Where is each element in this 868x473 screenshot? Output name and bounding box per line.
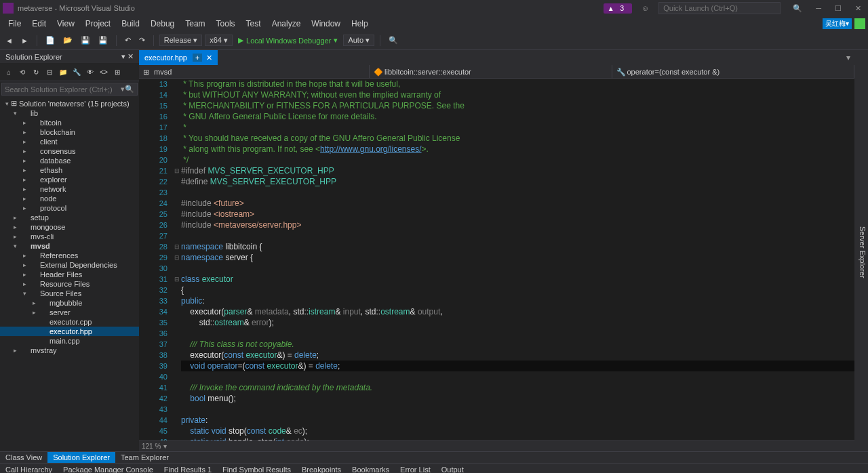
tree-item[interactable]: main.cpp	[0, 336, 139, 346]
undo-button[interactable]: ↶	[122, 35, 134, 46]
tree-item[interactable]: ▸network	[0, 184, 139, 194]
debug-mode-combo[interactable]: Auto ▾	[343, 35, 374, 46]
menu-team[interactable]: Team	[180, 18, 210, 30]
code-content[interactable]: * This program is distributed in the hop…	[181, 79, 854, 440]
new-project-button[interactable]: 📄	[43, 35, 58, 46]
notification-badge[interactable]: ▲ 3	[604, 3, 632, 14]
tree-item[interactable]: ▸database	[0, 156, 139, 165]
config-combo[interactable]: Release ▾	[159, 35, 202, 46]
solution-tree[interactable]: ▾ ⊞ Solution 'metaverse' (15 projects) ▾…	[0, 97, 139, 451]
tree-item[interactable]: ▸consensus	[0, 146, 139, 156]
bottom-tab[interactable]: Solution Explorer	[47, 452, 115, 463]
redo-button[interactable]: ↷	[136, 35, 148, 46]
output-tab[interactable]: Output	[436, 465, 469, 473]
output-tab[interactable]: Bookmarks	[347, 465, 395, 473]
tree-item[interactable]: ▸External Dependencies	[0, 260, 139, 270]
sync-icon[interactable]: ⟲	[16, 66, 28, 78]
nav-fwd-button[interactable]: ►	[18, 35, 31, 46]
preview-icon[interactable]: 👁	[84, 66, 96, 78]
menu-analyze[interactable]: Analyze	[267, 18, 307, 30]
output-tab[interactable]: Package Manager Console	[58, 465, 159, 473]
feedback-icon[interactable]: ☺	[637, 3, 653, 14]
menu-help[interactable]: Help	[346, 18, 374, 30]
open-button[interactable]: 📂	[60, 35, 75, 46]
output-tab[interactable]: Find Results 1	[159, 465, 217, 473]
tree-item[interactable]: ▸mvstray	[0, 346, 139, 355]
maximize-button[interactable]: ☐	[831, 3, 846, 14]
start-debug-button[interactable]: ▶ Local Windows Debugger ▾	[235, 35, 340, 46]
tab-overflow-icon[interactable]: ▾	[842, 53, 854, 62]
find-in-files-button[interactable]: 🔍	[386, 35, 401, 46]
solution-search[interactable]: ▾ 🔍	[1, 83, 138, 96]
bottom-tab[interactable]: Team Explorer	[115, 452, 174, 463]
tree-item[interactable]: ▸client	[0, 137, 139, 146]
tree-item[interactable]: ▸node	[0, 194, 139, 203]
zoom-level[interactable]: 121 %	[142, 443, 161, 450]
bottom-tab[interactable]: Class View	[0, 452, 47, 463]
code-icon[interactable]: <>	[98, 66, 110, 78]
account-settings-icon[interactable]	[854, 18, 865, 29]
tree-item[interactable]: executor.hpp	[0, 327, 139, 336]
tree-item[interactable]: ▸mgbubble	[0, 298, 139, 308]
output-tab[interactable]: Error List	[395, 465, 436, 473]
minimize-button[interactable]: ─	[812, 3, 825, 14]
output-tab[interactable]: Find Symbol Results	[217, 465, 296, 473]
panel-close-icon[interactable]: ✕	[127, 52, 134, 60]
show-all-icon[interactable]: 📁	[57, 66, 69, 78]
menu-edit[interactable]: Edit	[26, 18, 52, 30]
tree-item[interactable]: executor.cpp	[0, 317, 139, 327]
menu-project[interactable]: Project	[80, 18, 116, 30]
tree-item[interactable]: ▸explorer	[0, 175, 139, 184]
tree-item[interactable]: ▾lib	[0, 108, 139, 118]
tree-item[interactable]: ▸ethash	[0, 165, 139, 175]
menu-file[interactable]: File	[3, 18, 26, 30]
fold-column[interactable]: ⊟⊟⊟⊟	[173, 79, 181, 440]
properties-icon[interactable]: 🔧	[71, 66, 83, 78]
output-tab[interactable]: Breakpoints	[296, 465, 347, 473]
tree-item[interactable]: ▸mvs-cli	[0, 232, 139, 241]
tree-item[interactable]: ▸protocol	[0, 203, 139, 213]
platform-combo[interactable]: x64 ▾	[205, 35, 233, 46]
search-go-icon[interactable]: 🔍	[125, 85, 134, 94]
editor-tab-active[interactable]: executor.hpp + ✕	[139, 50, 218, 65]
nav-scope-combo[interactable]: 🔶 libbitcoin::server::executor	[370, 65, 612, 78]
solution-search-input[interactable]	[5, 85, 121, 94]
nav-back-button[interactable]: ◄	[3, 35, 16, 46]
user-account-icon[interactable]: 吴红梅▾	[823, 18, 852, 29]
tree-item[interactable]: ▸Header Files	[0, 270, 139, 279]
tree-item[interactable]: ▸blockchain	[0, 127, 139, 137]
tab-preview-icon[interactable]: +	[193, 54, 202, 62]
collapse-icon[interactable]: ⊟	[43, 66, 56, 78]
code-editor[interactable]: 1314151617181920212223242526272829303132…	[139, 79, 854, 440]
output-tab[interactable]: Call Hierarchy	[0, 465, 58, 473]
tree-item[interactable]: ▸References	[0, 251, 139, 260]
tree-item[interactable]: ▸setup	[0, 213, 139, 222]
zoom-dropdown-icon[interactable]: ▾	[163, 443, 167, 450]
class-view-icon[interactable]: ⊞	[111, 66, 123, 78]
right-rail-tab[interactable]: Server Explorer	[857, 224, 868, 281]
nav-project-combo[interactable]: ⊞ mvsd	[139, 65, 370, 78]
tree-item[interactable]: ▸Resource Files	[0, 279, 139, 289]
home-icon[interactable]: ⌂	[3, 66, 15, 78]
tree-item[interactable]: ▸bitcoin	[0, 118, 139, 127]
tree-item[interactable]: ▾mvsd	[0, 241, 139, 251]
nav-member-combo[interactable]: 🔧 operator=(const executor &)	[612, 65, 855, 78]
refresh-icon[interactable]: ↻	[30, 66, 42, 78]
save-all-button[interactable]: 💾	[96, 35, 111, 46]
tree-item[interactable]: ▾Source Files	[0, 289, 139, 298]
menu-view[interactable]: View	[52, 18, 80, 30]
menu-window[interactable]: Window	[306, 18, 346, 30]
close-button[interactable]: ✕	[851, 3, 865, 14]
solution-root[interactable]: ▾ ⊞ Solution 'metaverse' (15 projects)	[0, 98, 139, 108]
quick-launch-input[interactable]	[658, 2, 781, 14]
menu-build[interactable]: Build	[116, 18, 145, 30]
search-icon[interactable]: 🔍	[789, 3, 806, 14]
tree-item[interactable]: ▸mongoose	[0, 222, 139, 232]
menu-test[interactable]: Test	[241, 18, 267, 30]
menu-tools[interactable]: Tools	[211, 18, 241, 30]
tab-close-icon[interactable]: ✕	[206, 54, 212, 62]
menu-debug[interactable]: Debug	[145, 18, 180, 30]
tree-item[interactable]: ▸server	[0, 308, 139, 317]
panel-pin-icon[interactable]: ▾	[121, 52, 125, 60]
save-button[interactable]: 💾	[78, 35, 93, 46]
